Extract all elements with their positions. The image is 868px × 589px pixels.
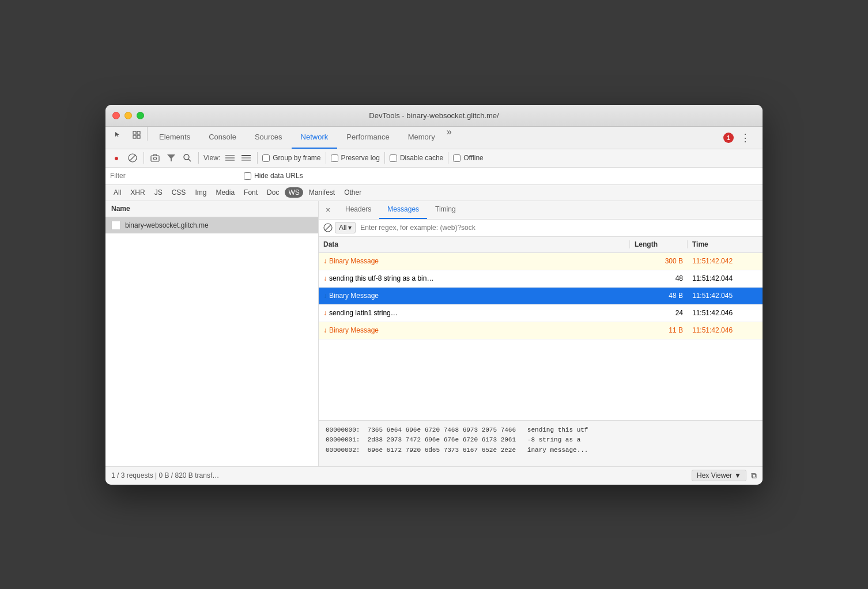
message-length: 300 B	[630, 257, 688, 265]
tab-network[interactable]: Network	[292, 127, 338, 149]
hide-data-urls-label: Hide data URLs	[254, 172, 303, 180]
messages-filter-dropdown[interactable]: All ▾	[335, 222, 356, 233]
record-button[interactable]: ●	[110, 152, 123, 164]
messages-filter-bar: All ▾	[319, 220, 763, 237]
error-badge: 1	[723, 133, 734, 143]
toolbar-divider-6	[448, 152, 448, 164]
messages-table-header: Data Length Time	[319, 237, 763, 253]
tab-elements[interactable]: Elements	[150, 127, 199, 149]
message-row[interactable]: ↓Binary Message 48 B 11:51:42.045	[319, 288, 763, 305]
message-row[interactable]: ↓sending latin1 string… 24 11:51:42.046	[319, 305, 763, 322]
filter-button[interactable]	[165, 152, 178, 164]
list-view-button[interactable]	[224, 152, 236, 164]
close-button[interactable]	[112, 112, 120, 119]
svg-marker-8	[167, 154, 175, 161]
camera-button[interactable]	[149, 152, 161, 164]
toolbar-divider-4	[326, 152, 326, 164]
filter-other[interactable]: Other	[341, 187, 365, 198]
toolbar-divider-5	[384, 152, 385, 164]
tab-memory[interactable]: Memory	[399, 127, 444, 149]
message-length: 11 B	[630, 326, 688, 334]
header-time: Time	[688, 240, 763, 248]
regex-input[interactable]	[360, 224, 758, 232]
tab-messages[interactable]: Messages	[379, 201, 427, 219]
preserve-log-checkbox[interactable]	[331, 154, 338, 162]
request-favicon	[111, 221, 120, 230]
detailed-view-button[interactable]	[240, 152, 252, 164]
svg-rect-0	[133, 131, 136, 134]
disable-cache-checkbox[interactable]	[390, 154, 397, 162]
filter-all[interactable]: All	[110, 187, 124, 198]
arrow-icon: ↓	[323, 292, 327, 300]
minimize-button[interactable]	[124, 112, 132, 119]
messages-table: Data Length Time ↓Binary Message 300 B 1…	[319, 237, 763, 420]
filter-bar: Hide data URLs	[105, 168, 763, 185]
hex-line: 00000001: 2d38 2073 7472 696e 676e 6720 …	[326, 435, 756, 445]
hex-viewer-button[interactable]: Hex Viewer ▼	[692, 470, 746, 481]
message-time: 11:51:42.045	[688, 292, 763, 300]
devtools-tabs: Elements Console Sources Network Perform…	[105, 127, 763, 149]
more-tabs-button[interactable]: »	[444, 127, 454, 149]
maximize-button[interactable]	[137, 112, 144, 119]
request-name: binary-websocket.glitch.me	[125, 221, 209, 229]
svg-rect-6	[151, 156, 159, 161]
filter-doc[interactable]: Doc	[263, 187, 282, 198]
tab-timing[interactable]: Timing	[427, 201, 464, 219]
hide-data-urls-checkbox[interactable]	[244, 172, 251, 180]
offline-label: Offline	[463, 154, 483, 162]
message-length: 48	[630, 274, 688, 282]
inspect-icon[interactable]	[129, 127, 145, 143]
message-length: 48 B	[630, 292, 688, 300]
group-by-frame-option: Group by frame	[262, 154, 320, 162]
close-detail-button[interactable]: ×	[321, 203, 335, 217]
disable-cache-option: Disable cache	[390, 154, 443, 162]
filter-css[interactable]: CSS	[168, 187, 190, 198]
filter-media[interactable]: Media	[212, 187, 238, 198]
svg-line-18	[325, 225, 331, 231]
hide-data-urls-option: Hide data URLs	[244, 172, 303, 180]
group-by-frame-checkbox[interactable]	[262, 154, 270, 162]
message-time: 11:51:42.046	[688, 326, 763, 334]
message-time: 11:51:42.042	[688, 257, 763, 265]
filter-ws[interactable]: WS	[285, 187, 303, 198]
message-data: ↓Binary Message	[319, 326, 630, 334]
tab-performance[interactable]: Performance	[337, 127, 398, 149]
hex-line: 00000000: 7365 6e64 696e 6720 7468 6973 …	[326, 425, 756, 436]
filter-input[interactable]	[110, 172, 237, 180]
devtools-window: DevTools - binary-websocket.glitch.me/ E…	[105, 105, 763, 485]
svg-point-7	[154, 157, 157, 160]
filter-img[interactable]: Img	[191, 187, 210, 198]
tab-sources[interactable]: Sources	[246, 127, 292, 149]
search-button[interactable]	[181, 152, 194, 164]
offline-checkbox[interactable]	[453, 154, 461, 162]
svg-line-10	[188, 159, 191, 161]
filter-manifest[interactable]: Manifest	[305, 187, 338, 198]
cursor-icon[interactable]	[110, 127, 126, 143]
clear-button[interactable]	[126, 152, 139, 164]
tab-headers[interactable]: Headers	[337, 201, 379, 219]
tab-console[interactable]: Console	[199, 127, 246, 149]
request-item[interactable]: binary-websocket.glitch.me	[105, 217, 318, 233]
filter-js[interactable]: JS	[151, 187, 166, 198]
header-data: Data	[319, 240, 630, 248]
message-length: 24	[630, 309, 688, 317]
message-row[interactable]: ↓Binary Message 11 B 11:51:42.046	[319, 322, 763, 339]
toolbar-divider-2	[198, 152, 199, 164]
filter-xhr[interactable]: XHR	[127, 187, 148, 198]
requests-panel: Name binary-websocket.glitch.me	[105, 201, 319, 466]
preserve-log-label: Preserve log	[341, 154, 380, 162]
filter-font[interactable]: Font	[240, 187, 261, 198]
window-title: DevTools - binary-websocket.glitch.me/	[369, 111, 499, 120]
message-data: ↓Binary Message	[319, 257, 630, 265]
network-toolbar: ● View:	[105, 149, 763, 168]
copy-button[interactable]: ⧉	[751, 471, 757, 481]
message-row[interactable]: ↓sending this utf-8 string as a bin… 48 …	[319, 270, 763, 288]
message-row[interactable]: ↓Binary Message 300 B 11:51:42.042	[319, 253, 763, 270]
tab-divider	[147, 127, 148, 141]
group-by-frame-label: Group by frame	[273, 154, 320, 162]
hex-viewer: 00000000: 7365 6e64 696e 6720 7468 6973 …	[319, 420, 763, 466]
message-time: 11:51:42.044	[688, 274, 763, 282]
arrow-icon: ↓	[323, 257, 327, 265]
disable-cache-label: Disable cache	[400, 154, 443, 162]
devtools-menu-icon[interactable]: ⋮	[737, 130, 753, 146]
